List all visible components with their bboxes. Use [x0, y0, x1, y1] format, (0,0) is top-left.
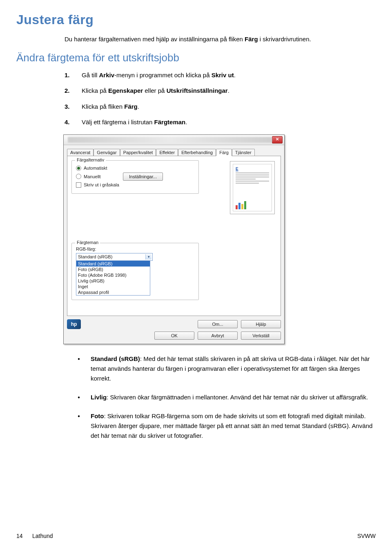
rgb-color-combo[interactable]: Standard (sRGB) ▾ [76, 253, 153, 261]
option-anpassad[interactable]: Anpassad profil [76, 289, 150, 295]
close-icon[interactable]: ✕ [272, 136, 283, 143]
option-foto-srgb[interactable]: Foto (sRGB) [76, 267, 150, 272]
footer-section: Lathund [32, 533, 53, 539]
step-number: 3. [65, 102, 82, 112]
t: . [138, 103, 139, 110]
bullet-bold: Standard (sRGB) [91, 355, 140, 362]
radio-label: Automatiskt [84, 166, 107, 170]
installningar-button[interactable]: Inställningar... [123, 173, 163, 181]
heading-andra-fargtema: Ändra färgtema för ett utskriftsjobb [16, 52, 376, 64]
option-livlig-srgb[interactable]: Livlig (sRGB) [76, 278, 150, 284]
intro-paragraph: Du hanterar färgalternativen med hjälp a… [16, 35, 376, 44]
t: Skriv ut [212, 72, 234, 78]
step-3: 3. Klicka på fliken Färg. [65, 102, 376, 112]
bullet-bold: Livlig [91, 394, 107, 401]
radio-automatiskt[interactable] [76, 166, 81, 171]
step-1: 1. Gå till Arkiv-menyn i programmet och … [65, 71, 376, 80]
t: . [228, 87, 229, 94]
bullet-text: : Skrivaren ökar färgmättnaden i mellant… [107, 394, 368, 401]
t: Färg [124, 103, 138, 110]
rgb-color-options[interactable]: Standard (sRGB) Foto (sRGB) Foto (Adobe … [76, 260, 150, 296]
option-inget[interactable]: Inget [76, 284, 150, 289]
step-2: 2. Klicka på Egenskaper eller på Utskrif… [65, 86, 376, 96]
dialog-tabs: Avancerat Genvägar Papper/kvalitet Effek… [67, 148, 281, 156]
step-number: 1. [65, 71, 82, 80]
om-button[interactable]: Om... [198, 320, 238, 328]
avbryt-button[interactable]: Avbryt [198, 332, 238, 340]
preview-line [236, 175, 269, 175]
step-number: 4. [65, 118, 82, 127]
radio-manuellt[interactable] [76, 174, 81, 179]
chevron-down-icon: ▾ [145, 254, 151, 260]
checkbox-graskala[interactable] [76, 182, 81, 188]
ok-button[interactable]: OK [154, 332, 194, 340]
bullet-standard: Standard (sRGB): Med det här temat ställ… [78, 354, 376, 383]
bullet-text: : Skrivaren tolkar RGB-färgerna som om d… [91, 412, 372, 439]
checkbox-label: Skriv ut i gråskala [84, 182, 119, 187]
tab-genvagar[interactable]: Genvägar [94, 149, 120, 156]
t: -menyn i programmet och klicka på [114, 72, 212, 78]
radio-label: Manuellt [84, 174, 120, 179]
preview-e-icon: E [236, 167, 269, 171]
t: Klicka på fliken [82, 103, 124, 110]
intro-post: i skrivardrivrutinen. [258, 36, 311, 43]
intro-pre: Du hanterar färgalternativen med hjälp a… [65, 36, 245, 43]
tab-papper-kvalitet[interactable]: Papper/kvalitet [120, 149, 156, 156]
group-fargalternativ: Färgalternativ Automatiskt Manuellt Inst… [71, 160, 199, 194]
tab-efterbehandling[interactable]: Efterbehandling [178, 149, 216, 156]
page-preview: E [230, 161, 275, 214]
t: . [234, 72, 236, 78]
footer-right: SVWW [357, 533, 376, 539]
t: Egenskaper [108, 87, 143, 94]
intro-bold: Färg [245, 36, 258, 43]
heading-justera-farg: Justera färg [16, 12, 376, 27]
preview-line [236, 177, 269, 177]
theme-descriptions: Standard (sRGB): Med det här temat ställ… [78, 354, 376, 441]
page-number: 14 [16, 533, 23, 539]
t: Färgteman [154, 119, 186, 125]
t: . [185, 119, 187, 125]
t: Klicka på [82, 87, 108, 94]
rgb-label: RGB-färg: [76, 246, 194, 251]
preview-chart-icon [236, 200, 269, 209]
hp-logo-icon: hp [67, 319, 81, 329]
dialog-title-blurred [68, 137, 272, 143]
group-fargteman: Färgteman RGB-färg: Standard (sRGB) ▾ St… [71, 243, 199, 300]
t: Arkiv [99, 72, 115, 78]
tab-tjanster[interactable]: Tjänster [232, 149, 255, 156]
tab-avancerat[interactable]: Avancerat [67, 149, 94, 156]
step-number: 2. [65, 86, 82, 96]
t: Utskriftsinställningar [167, 87, 228, 94]
t: Gå till [82, 72, 99, 78]
t: Välj ett färgtema i listrutan [82, 119, 154, 125]
verkstall-button[interactable]: Verkställ [241, 332, 281, 340]
preview-line [236, 179, 256, 179]
option-standard-srgb[interactable]: Standard (sRGB) [76, 261, 150, 267]
hjalp-button[interactable]: Hjälp [241, 320, 281, 328]
bullet-bold: Foto [91, 412, 104, 419]
t: eller på [143, 87, 167, 94]
print-properties-dialog: ✕ Avancerat Genvägar Papper/kvalitet Eff… [63, 134, 285, 344]
combo-value: Standard (sRGB) [78, 254, 112, 259]
preview-line [236, 181, 269, 182]
option-foto-adobe[interactable]: Foto (Adobe RGB 1998) [76, 272, 150, 278]
preview-line [236, 183, 259, 184]
tab-effekter[interactable]: Effekter [156, 149, 178, 156]
step-4: 4. Välj ett färgtema i listrutan Färgtem… [65, 118, 376, 127]
tab-farg[interactable]: Färg [216, 149, 232, 156]
preview-line [236, 173, 269, 173]
ordered-steps: 1. Gå till Arkiv-menyn i programmet och … [16, 71, 376, 127]
group-title: Färgalternativ [75, 157, 106, 162]
bullet-livlig: Livlig: Skrivaren ökar färgmättnaden i m… [78, 392, 376, 402]
tab-body-farg: Färgalternativ Automatiskt Manuellt Inst… [67, 156, 281, 316]
group-title: Färgteman [75, 240, 100, 245]
dialog-titlebar: ✕ [64, 135, 284, 145]
page-footer: 14 Lathund SVWW [0, 533, 392, 539]
bullet-foto: Foto: Skrivaren tolkar RGB-färgerna som … [78, 411, 376, 441]
